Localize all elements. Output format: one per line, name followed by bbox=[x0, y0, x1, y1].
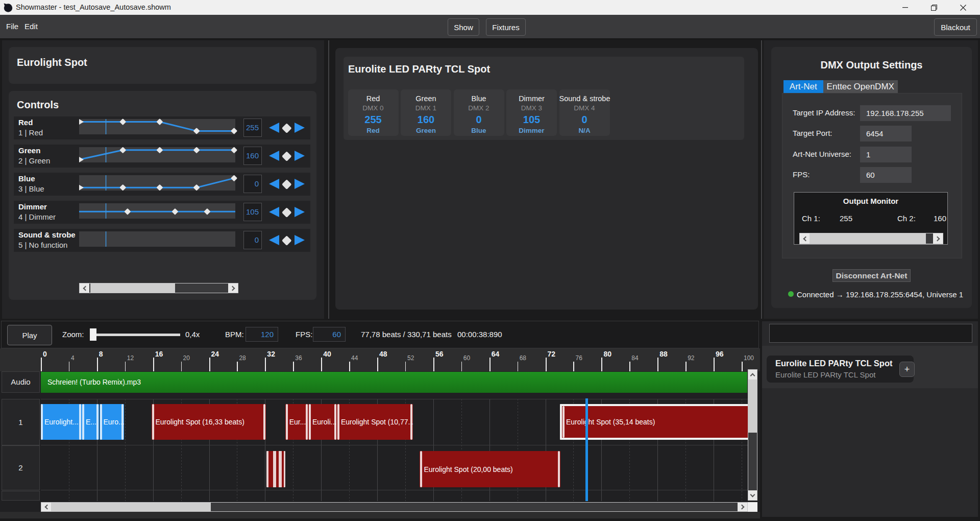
dmx-field-input-target-port[interactable]: 6454 bbox=[860, 126, 912, 141]
timeline-vscrollbar[interactable] bbox=[748, 369, 757, 501]
timeline-hscrollbar[interactable] bbox=[41, 502, 748, 512]
timeline-content[interactable]: Schreien! (Turbo Remix).mp3 Eurolight...… bbox=[41, 371, 748, 502]
next-keyframe-button[interactable] bbox=[295, 235, 305, 245]
clip-resize-handle-left[interactable] bbox=[562, 406, 565, 438]
next-keyframe-button[interactable] bbox=[295, 207, 305, 217]
channel-curve-graph[interactable] bbox=[79, 175, 235, 191]
prev-keyframe-button[interactable] bbox=[269, 235, 279, 245]
channel-curve-graph[interactable] bbox=[79, 119, 235, 134]
show-button[interactable]: Show bbox=[448, 18, 479, 36]
right-splitter[interactable] bbox=[761, 40, 762, 319]
clip-resize-handle-left[interactable] bbox=[286, 404, 288, 440]
clip-resize-handle-left[interactable] bbox=[100, 404, 102, 440]
blackout-button[interactable]: Blackout bbox=[934, 18, 977, 36]
ruler-tick-label: 36 bbox=[295, 354, 302, 362]
play-button[interactable]: Play bbox=[7, 325, 52, 345]
controls-scroll-left-button[interactable] bbox=[80, 283, 89, 293]
channel-curve-graph[interactable] bbox=[79, 231, 235, 247]
clip-resize-handle-left[interactable] bbox=[309, 404, 311, 440]
tab-enttec-opendmx[interactable]: Enttec OpenDMX bbox=[823, 80, 898, 93]
timeline-scroll-right-button[interactable] bbox=[738, 503, 747, 511]
clip-red[interactable]: Eurolight Spot (20,00 beats) bbox=[420, 451, 560, 487]
clip-red[interactable]: Eur... bbox=[285, 404, 308, 440]
clip-red[interactable]: Eurolight Spot (35,14 beats) bbox=[560, 404, 748, 440]
prev-keyframe-button[interactable] bbox=[269, 207, 279, 217]
left-splitter[interactable] bbox=[328, 40, 329, 319]
clip-label: Euroli... bbox=[312, 404, 336, 440]
prev-keyframe-button[interactable] bbox=[269, 123, 279, 133]
channel-value-input[interactable]: 160 bbox=[243, 147, 262, 165]
clip-resize-handle-right[interactable] bbox=[558, 451, 560, 487]
channel-value-input[interactable]: 255 bbox=[243, 119, 262, 137]
channel-curve-graph[interactable] bbox=[79, 147, 235, 162]
clip-resize-handle-left[interactable] bbox=[41, 404, 43, 440]
timeline-scroll-down-button[interactable] bbox=[748, 490, 757, 500]
prev-keyframe-button[interactable] bbox=[269, 179, 279, 189]
bpm-input[interactable]: 120 bbox=[246, 327, 278, 342]
track-label-1[interactable]: 1 bbox=[2, 399, 40, 445]
clip-red[interactable]: Euroli... bbox=[308, 404, 337, 440]
clip-resize-handle-left[interactable] bbox=[420, 451, 422, 487]
zoom-slider-thumb[interactable] bbox=[90, 328, 96, 341]
next-keyframe-button[interactable] bbox=[295, 179, 305, 189]
audio-clip[interactable]: Schreien! (Turbo Remix).mp3 bbox=[41, 372, 747, 393]
add-keyframe-button[interactable] bbox=[282, 207, 291, 217]
prev-keyframe-button[interactable] bbox=[269, 151, 279, 161]
channel-curve-graph[interactable] bbox=[79, 203, 235, 219]
fixture-search-input[interactable] bbox=[769, 324, 972, 343]
clip-resize-handle-left[interactable] bbox=[152, 404, 154, 440]
dmx-field-input-fps[interactable]: 60 bbox=[860, 167, 912, 183]
clip-resize-handle-right[interactable] bbox=[306, 404, 308, 440]
preview-channel-dmx: DMX 1 bbox=[401, 104, 451, 112]
clip-red[interactable]: Eurolight Spot (10,77... bbox=[337, 404, 413, 440]
playhead[interactable] bbox=[585, 398, 588, 501]
channel-value-input[interactable]: 0 bbox=[243, 175, 262, 193]
disconnect-artnet-button[interactable]: Disconnect Art-Net bbox=[832, 269, 911, 282]
clip-blue[interactable]: E... bbox=[82, 404, 99, 440]
maximize-button[interactable] bbox=[922, 0, 946, 15]
monitor-scroll-right-button[interactable] bbox=[933, 233, 943, 244]
menu-edit[interactable]: Edit bbox=[19, 15, 43, 38]
timeline-ruler[interactable]: 0481216202428323640444852566064687276808… bbox=[0, 348, 760, 371]
clip-resize-handle-left[interactable] bbox=[82, 404, 84, 440]
clip-resize-handle-left[interactable] bbox=[337, 404, 339, 440]
clip-resize-handle-right[interactable] bbox=[79, 404, 81, 440]
dmx-field-input-target-ip-address[interactable]: 192.168.178.255 bbox=[860, 105, 951, 121]
add-fixture-button[interactable]: + bbox=[899, 362, 915, 377]
controls-hscrollbar[interactable] bbox=[79, 283, 238, 293]
controls-scroll-thumb[interactable] bbox=[90, 283, 175, 293]
timeline-vscroll-thumb[interactable] bbox=[748, 380, 757, 433]
next-keyframe-button[interactable] bbox=[295, 123, 305, 133]
clip-red[interactable]: Eurolight Spot (16,33 beats) bbox=[152, 404, 266, 440]
add-keyframe-button[interactable] bbox=[282, 235, 291, 245]
ruler-tick-label: 88 bbox=[659, 350, 668, 358]
track-label-2[interactable]: 2 bbox=[2, 445, 40, 490]
add-keyframe-button[interactable] bbox=[282, 151, 291, 161]
timeline-scroll-thumb[interactable] bbox=[51, 503, 211, 511]
dmx-field-input-art-net-universe[interactable]: 1 bbox=[860, 147, 912, 162]
add-keyframe-button[interactable] bbox=[282, 123, 291, 133]
fixture-card[interactable]: Eurolite LED PARty TCL Spot Eurolite LED… bbox=[767, 356, 914, 383]
clip-resize-handle-right[interactable] bbox=[263, 404, 265, 440]
track-label-audio[interactable]: Audio bbox=[2, 371, 40, 393]
clip-blue[interactable]: Euro... bbox=[100, 404, 125, 440]
add-keyframe-button[interactable] bbox=[282, 179, 291, 189]
monitor-scroll-left-button[interactable] bbox=[800, 233, 810, 244]
controls-scroll-right-button[interactable] bbox=[228, 283, 238, 293]
mini-clips-cluster[interactable] bbox=[266, 451, 285, 487]
monitor-scroll-thumb[interactable] bbox=[810, 233, 926, 244]
minimize-button[interactable] bbox=[893, 0, 917, 15]
close-button[interactable] bbox=[951, 0, 975, 15]
clip-blue[interactable]: Eurolight... bbox=[41, 404, 82, 440]
next-keyframe-button[interactable] bbox=[295, 151, 305, 161]
fixtures-button[interactable]: Fixtures bbox=[486, 18, 526, 36]
timeline-scroll-up-button[interactable] bbox=[748, 370, 757, 380]
monitor-scrollbar[interactable] bbox=[799, 233, 943, 244]
timeline-scroll-left-button[interactable] bbox=[41, 503, 51, 511]
fps-input[interactable]: 60 bbox=[313, 327, 346, 342]
zoom-slider-track[interactable] bbox=[90, 334, 180, 336]
channel-value-input[interactable]: 105 bbox=[243, 203, 262, 221]
clip-resize-handle-right[interactable] bbox=[96, 404, 99, 440]
tab-art-net[interactable]: Art-Net bbox=[783, 80, 824, 93]
channel-value-input[interactable]: 0 bbox=[243, 231, 262, 249]
